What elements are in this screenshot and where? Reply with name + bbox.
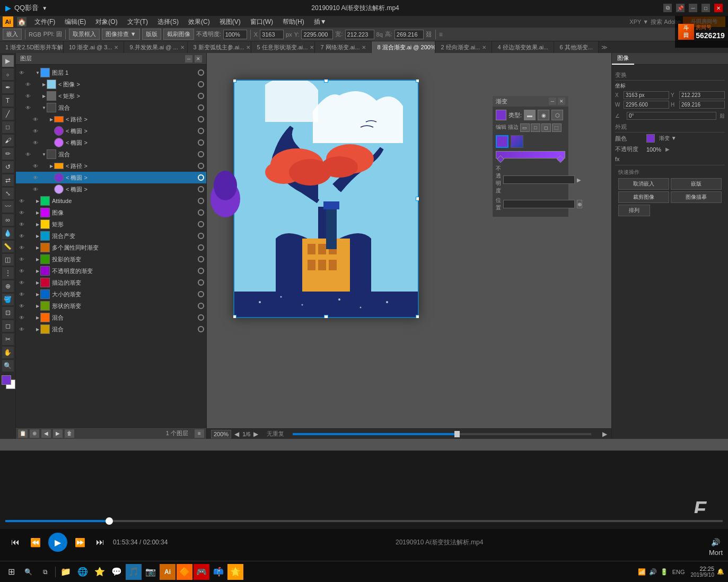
- lock-icon[interactable]: [41, 174, 47, 181]
- lock-icon[interactable]: [41, 163, 47, 169]
- layer-target[interactable]: [198, 174, 204, 181]
- layer-row-selected[interactable]: 👁 < 椭圆 >: [16, 172, 206, 183]
- opacity-value-display[interactable]: 100%: [646, 146, 661, 153]
- tab-properties[interactable]: 图像: [612, 52, 634, 65]
- tab-close-3[interactable]: ✕: [180, 45, 185, 50]
- fill-swatch[interactable]: [646, 134, 655, 143]
- eye-icon[interactable]: 👁: [32, 162, 39, 170]
- eye-icon[interactable]: 👁: [32, 139, 39, 146]
- color-swatches[interactable]: [2, 375, 14, 390]
- selection-tool[interactable]: ▶: [2, 55, 14, 67]
- task-view-btn[interactable]: ⧉: [37, 564, 53, 580]
- eye-icon[interactable]: 👁: [18, 279, 25, 286]
- replace-btn[interactable]: 版版: [142, 29, 161, 40]
- lock-icon[interactable]: [27, 326, 33, 332]
- cancel-embed-btn[interactable]: 取消嵌入: [618, 178, 669, 190]
- expand-arrow[interactable]: ▶: [35, 257, 40, 262]
- arrange-btn[interactable]: 排列: [618, 205, 650, 216]
- direct-select-tool[interactable]: ⬦: [2, 68, 14, 80]
- video-prev-btn[interactable]: ⏮: [8, 535, 23, 550]
- doc-tab-10[interactable]: 6 其他渐变...: [554, 41, 598, 53]
- lock-icon[interactable]: [33, 104, 40, 111]
- zoom-tool[interactable]: 🔍: [2, 360, 14, 372]
- layer-row[interactable]: 👁 ▶ Attitude: [16, 195, 206, 207]
- lock-icon[interactable]: [41, 139, 47, 146]
- layer-target[interactable]: [198, 151, 204, 157]
- lock-icon[interactable]: [33, 151, 40, 157]
- menu-effect[interactable]: 效果(C): [184, 16, 214, 28]
- lock-icon[interactable]: [27, 69, 33, 76]
- opacity-input[interactable]: [223, 30, 247, 39]
- layer-target[interactable]: [198, 303, 204, 309]
- lock-icon[interactable]: [27, 303, 33, 309]
- progress-handle[interactable]: [454, 431, 460, 437]
- layer-row[interactable]: 👁 ▶ 图像: [16, 207, 206, 218]
- expand-arrow[interactable]: ▶: [35, 303, 40, 308]
- warp-tool[interactable]: 〰: [2, 201, 14, 213]
- layer-target[interactable]: [198, 81, 204, 87]
- expand-arrow[interactable]: ▼: [41, 152, 47, 157]
- layer-row[interactable]: 👁 ▶ 多个属性同时渐变: [16, 242, 206, 253]
- crop-image-qa-btn[interactable]: 裁剪图像: [618, 191, 669, 203]
- expand-arrow[interactable]: ▶: [41, 93, 47, 99]
- layer-target[interactable]: [198, 221, 204, 227]
- eye-icon[interactable]: 👁: [18, 69, 25, 76]
- doc-tab-6[interactable]: 7 网络渐变.ai... ✕: [315, 41, 372, 53]
- pin-btn[interactable]: 📌: [676, 4, 685, 12]
- battery-icon[interactable]: 🔋: [660, 567, 669, 577]
- doc-tab-3[interactable]: 9.并发效果.ai @ ... ✕: [124, 41, 188, 53]
- layer-target[interactable]: [198, 139, 204, 146]
- layer-target[interactable]: [198, 198, 204, 204]
- close-btn[interactable]: ✕: [714, 4, 723, 12]
- mesh-tool[interactable]: ⋮: [2, 267, 14, 279]
- nav-prev[interactable]: ◀: [234, 430, 239, 438]
- lock-icon[interactable]: [27, 268, 33, 274]
- eye-icon[interactable]: 👁: [18, 267, 25, 275]
- expand-arrow[interactable]: ▶: [35, 222, 40, 227]
- eye-icon[interactable]: 👁: [18, 314, 25, 321]
- tab-close-4[interactable]: ✕: [246, 45, 250, 50]
- gradient-minimize-btn[interactable]: ─: [549, 98, 556, 105]
- lock-icon[interactable]: [33, 81, 40, 87]
- artboard-progress-bar[interactable]: [293, 433, 591, 435]
- opacity-value-input[interactable]: [503, 175, 575, 184]
- tb-bookmark[interactable]: ⭐: [92, 564, 108, 580]
- tab-close-6[interactable]: ✕: [362, 45, 366, 50]
- menu-object[interactable]: 对象(O): [91, 16, 121, 28]
- minimize-btn[interactable]: ─: [689, 4, 697, 12]
- network-icon[interactable]: 📶: [637, 567, 647, 577]
- pen-tool[interactable]: ✒: [2, 82, 14, 93]
- volume-icon-tb[interactable]: 🔊: [648, 567, 658, 577]
- lock-icon[interactable]: [27, 256, 33, 262]
- eye-icon[interactable]: 👁: [18, 232, 25, 240]
- search-btn-tb[interactable]: 🔍: [20, 564, 36, 580]
- type-tool[interactable]: T: [2, 95, 14, 107]
- lock-icon[interactable]: [33, 93, 40, 99]
- eyedrop-tool[interactable]: 💧: [2, 227, 14, 239]
- layer-row[interactable]: 👁 < 椭圆 >: [16, 183, 206, 195]
- tb-browser[interactable]: 🌐: [75, 564, 91, 580]
- tabs-more[interactable]: ≫: [599, 44, 610, 51]
- layer-target[interactable]: [198, 116, 204, 122]
- measure-tool[interactable]: 📏: [2, 241, 14, 252]
- more-tools[interactable]: ≡: [439, 31, 443, 38]
- gradient-color-swatch[interactable]: [496, 110, 506, 120]
- eye-icon[interactable]: 👁: [18, 290, 25, 298]
- layer-target[interactable]: [198, 93, 204, 99]
- video-forward-btn[interactable]: ⏩: [73, 535, 87, 550]
- lock-icon[interactable]: [27, 291, 33, 297]
- layer-target[interactable]: [198, 163, 204, 169]
- lock-icon[interactable]: [41, 128, 47, 134]
- fill-mode[interactable]: 渐变 ▼: [659, 135, 677, 142]
- tb-media[interactable]: 🎵: [126, 564, 142, 580]
- tb-file-explorer[interactable]: 📁: [58, 564, 74, 580]
- y-input[interactable]: [301, 30, 333, 39]
- eye-icon[interactable]: 👁: [18, 325, 25, 333]
- tb-camera[interactable]: 📷: [143, 564, 159, 580]
- layer-target[interactable]: [198, 244, 204, 251]
- layer-row[interactable]: 👁 ▶ 混合: [16, 312, 206, 323]
- embed-btn[interactable]: 嵌入: [3, 29, 22, 40]
- video-progress-handle[interactable]: [106, 517, 113, 525]
- doc-tab-8[interactable]: 2 经向渐变.ai... ✕: [435, 41, 492, 53]
- expand-arrow[interactable]: ▶: [35, 315, 40, 320]
